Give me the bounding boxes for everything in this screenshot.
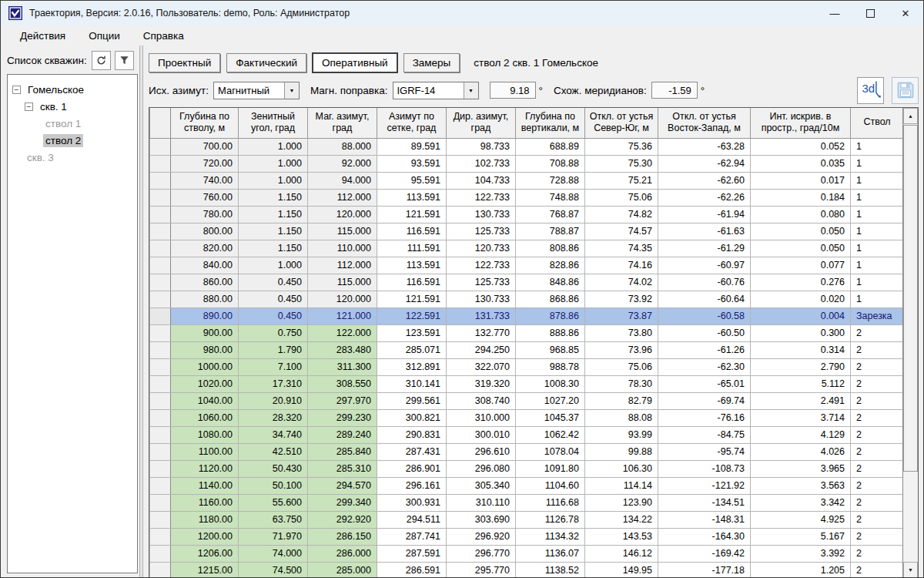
table-cell[interactable]: 1.150 [239,206,308,223]
table-cell[interactable]: -108.73 [658,460,751,477]
table-cell[interactable]: 0.050 [751,223,851,240]
table-cell[interactable]: -65.01 [658,375,751,392]
tab-3[interactable]: Замеры [403,53,460,72]
row-marker[interactable] [150,562,171,578]
table-cell[interactable]: -169.42 [658,545,751,562]
table-cell[interactable]: -62.26 [658,189,751,206]
table-cell[interactable]: 294.250 [447,341,516,358]
row-marker[interactable] [150,223,171,240]
row-marker[interactable] [150,341,171,358]
table-cell[interactable]: -164.30 [658,528,751,545]
table-cell[interactable]: 888.86 [516,324,585,341]
table-cell[interactable]: 1138.52 [516,562,585,578]
column-header[interactable]: Зенитный угол, град [239,108,308,138]
branch-cell[interactable]: 2 [851,443,904,460]
table-cell[interactable]: 121.591 [377,291,447,307]
table-cell[interactable]: 1.000 [239,138,308,155]
table-cell[interactable]: 104.733 [447,172,516,189]
table-cell[interactable]: 1078.04 [516,443,585,460]
table-cell[interactable]: -177.18 [658,562,751,578]
table-cell[interactable]: -61.63 [658,223,751,240]
table-cell[interactable]: 1200.00 [171,528,239,545]
table-cell[interactable]: -76.16 [658,409,751,426]
table-cell[interactable]: 42.510 [239,443,308,460]
table-cell[interactable]: 0.184 [751,189,851,206]
branch-cell[interactable]: Зарезка [851,307,904,324]
table-cell[interactable]: 1126.78 [516,511,585,528]
row-marker[interactable] [150,274,171,291]
table-cell[interactable]: 122.733 [447,257,516,274]
branch-cell[interactable]: 2 [851,409,904,426]
table-cell[interactable]: 75.36 [585,138,658,155]
table-row[interactable]: 900.000.750122.000123.591132.770888.8673… [150,324,904,341]
table-cell[interactable]: 1027.20 [516,392,585,409]
menu-actions[interactable]: Действия [8,28,77,44]
table-cell[interactable]: 289.240 [308,426,377,443]
table-row[interactable]: 1120.0050.430285.310286.901296.0801091.8… [150,460,904,477]
table-cell[interactable]: 95.591 [377,172,447,189]
table-cell[interactable]: 75.06 [585,358,658,375]
azimuth-combobox[interactable]: Магнитный ▼ [213,82,300,99]
correction-degrees-field[interactable]: 9.18 [490,82,536,99]
table-cell[interactable]: 1120.00 [171,460,239,477]
table-cell[interactable]: 0.300 [751,324,851,341]
chevron-down-icon[interactable]: ▼ [284,82,299,99]
table-cell[interactable]: 98.733 [447,138,516,155]
table-cell[interactable]: 123.591 [377,324,447,341]
branch-cell[interactable]: 1 [851,257,904,274]
table-cell[interactable]: 112.000 [308,189,377,206]
table-cell[interactable]: 73.87 [585,307,658,324]
table-cell[interactable]: 1.000 [239,155,308,172]
branch-cell[interactable]: 1 [851,189,904,206]
branch-cell[interactable]: 2 [851,358,904,375]
table-cell[interactable]: 1.000 [239,257,308,274]
row-marker[interactable] [150,257,171,274]
table-cell[interactable]: 310.000 [447,409,516,426]
table-cell[interactable]: 92.000 [308,155,377,172]
table-row[interactable]: 740.001.00094.00095.591104.733728.8875.2… [150,172,904,189]
row-marker[interactable] [150,443,171,460]
table-cell[interactable]: 75.30 [585,155,658,172]
table-row[interactable]: 780.001.150120.000121.591130.733768.8774… [150,206,904,223]
table-cell[interactable]: 310.141 [377,375,447,392]
row-marker[interactable] [150,392,171,409]
table-cell[interactable]: 310.110 [447,494,516,511]
table-cell[interactable]: 294.511 [377,511,447,528]
table-cell[interactable]: 4.925 [751,511,851,528]
table-cell[interactable]: 0.017 [751,172,851,189]
tree-collapse-icon[interactable]: − [12,86,21,94]
table-cell[interactable]: 111.591 [377,240,447,257]
table-cell[interactable]: 115.000 [308,223,377,240]
table-cell[interactable]: 800.00 [171,223,239,240]
table-cell[interactable]: 1040.00 [171,392,239,409]
table-row[interactable]: 1140.0050.100294.570296.161305.3401104.6… [150,477,904,494]
table-cell[interactable]: 3.342 [751,494,851,511]
table-cell[interactable]: 0.050 [751,240,851,257]
table-cell[interactable]: 0.080 [751,206,851,223]
table-cell[interactable]: -95.74 [658,443,751,460]
scroll-up-icon[interactable]: ▲ [903,108,918,124]
table-cell[interactable]: 74.82 [585,206,658,223]
table-cell[interactable]: 3.563 [751,477,851,494]
table-cell[interactable]: 0.750 [239,324,308,341]
table-cell[interactable]: 74.000 [239,545,308,562]
branch-cell[interactable]: 2 [851,511,904,528]
branch-cell[interactable]: 2 [851,375,904,392]
table-cell[interactable]: 121.591 [377,206,447,223]
table-cell[interactable]: 1206.00 [171,545,239,562]
table-cell[interactable]: 99.88 [585,443,658,460]
table-cell[interactable]: 285.071 [377,341,447,358]
table-cell[interactable]: 286.150 [308,528,377,545]
table-cell[interactable]: 50.100 [239,477,308,494]
table-cell[interactable]: 305.340 [447,477,516,494]
row-marker[interactable] [150,545,171,562]
table-row[interactable]: 1000.007.100311.300312.891322.070988.787… [150,358,904,375]
table-cell[interactable]: 1140.00 [171,477,239,494]
table-cell[interactable]: -62.30 [658,358,751,375]
table-cell[interactable]: 134.22 [585,511,658,528]
table-cell[interactable]: 5.112 [751,375,851,392]
table-cell[interactable]: 968.85 [516,341,585,358]
table-cell[interactable]: 116.591 [377,223,447,240]
table-row[interactable]: 860.000.450115.000116.591125.733848.8674… [150,274,904,291]
table-cell[interactable]: 300.821 [377,409,447,426]
